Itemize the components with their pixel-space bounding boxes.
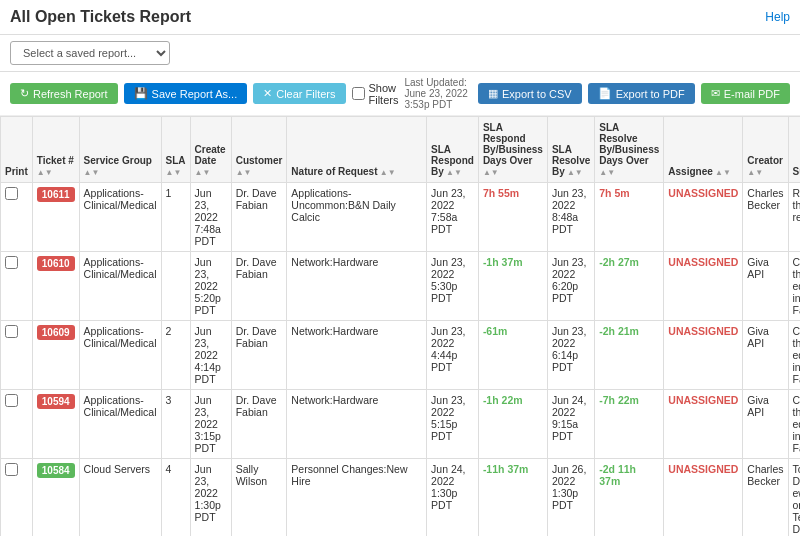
print-checkbox[interactable] xyxy=(5,325,18,338)
cell-create-date: Jun 23, 2022 3:15p PDT xyxy=(190,390,231,459)
cell-subject: Today's Date: ewew Hire or Termination D… xyxy=(788,459,800,537)
cell-customer: Dr. Dave Fabian xyxy=(231,252,287,321)
save-report-button[interactable]: 💾 Save Report As... xyxy=(124,83,248,104)
col-sla-respond-days[interactable]: SLA Respond By/Business Days Over xyxy=(478,117,547,183)
show-filters-label: Show Filters xyxy=(352,82,399,106)
cell-subject: Retrieve the latest report xyxy=(788,183,800,252)
col-sla-resolve-days[interactable]: SLA Resolve By/Business Days Over xyxy=(595,117,664,183)
cell-assignee: UNASSIGNED xyxy=(664,321,743,390)
cell-subject: Calibrate the MRI equipment in Dr Fabian… xyxy=(788,252,800,321)
cell-ticket: 10609 xyxy=(32,321,79,390)
action-row: ↻ Refresh Report 💾 Save Report As... ✕ C… xyxy=(0,72,800,116)
print-checkbox[interactable] xyxy=(5,394,18,407)
cell-sla-respond-by: Jun 23, 2022 7:58a PDT xyxy=(427,183,479,252)
col-customer[interactable]: Customer xyxy=(231,117,287,183)
cell-nature: Applications-Uncommon:B&N Daily Calcic xyxy=(287,183,427,252)
cell-assignee: UNASSIGNED xyxy=(664,252,743,321)
tickets-table: Print Ticket # Service Group SLA Create … xyxy=(0,116,800,536)
col-sla-respond-by[interactable]: SLA Respond By xyxy=(427,117,479,183)
cell-ticket: 10594 xyxy=(32,390,79,459)
cell-create-date: Jun 23, 2022 4:14p PDT xyxy=(190,321,231,390)
email-pdf-button[interactable]: ✉ E-mail PDF xyxy=(701,83,790,104)
export-pdf-icon: 📄 xyxy=(598,87,612,100)
cell-creator: Giva API xyxy=(743,321,788,390)
help-link[interactable]: Help xyxy=(765,10,790,24)
saved-report-select[interactable]: Select a saved report... xyxy=(10,41,170,65)
cell-sla-respond-days: -1h 22m xyxy=(478,390,547,459)
table-header-row: Print Ticket # Service Group SLA Create … xyxy=(1,117,801,183)
table-container: Print Ticket # Service Group SLA Create … xyxy=(0,116,800,536)
page-header: All Open Tickets Report Help xyxy=(0,0,800,35)
refresh-button[interactable]: ↻ Refresh Report xyxy=(10,83,118,104)
table-row: 10609 Applications-Clinical/Medical 2 Ju… xyxy=(1,321,801,390)
cell-sla-resolve-days: -2d 11h 37m xyxy=(595,459,664,537)
cell-nature: Network:Hardware xyxy=(287,321,427,390)
cell-assignee: UNASSIGNED xyxy=(664,459,743,537)
ticket-badge[interactable]: 10594 xyxy=(37,394,75,409)
cell-creator: Giva API xyxy=(743,390,788,459)
table-row: 10594 Applications-Clinical/Medical 3 Ju… xyxy=(1,390,801,459)
col-sla-resolve-by[interactable]: SLA Resolve By xyxy=(547,117,594,183)
cell-service-group: Applications-Clinical/Medical xyxy=(79,321,161,390)
cell-print xyxy=(1,252,33,321)
table-row: 10611 Applications-Clinical/Medical 1 Ju… xyxy=(1,183,801,252)
table-row: 10584 Cloud Servers 4 Jun 23, 2022 1:30p… xyxy=(1,459,801,537)
cell-print xyxy=(1,390,33,459)
col-ticket[interactable]: Ticket # xyxy=(32,117,79,183)
cell-sla-respond-days: -11h 37m xyxy=(478,459,547,537)
ticket-badge[interactable]: 10611 xyxy=(37,187,75,202)
ticket-badge[interactable]: 10610 xyxy=(37,256,75,271)
export-pdf-button[interactable]: 📄 Export to PDF xyxy=(588,83,695,104)
cell-sla-respond-days: -61m xyxy=(478,321,547,390)
cell-sla-respond-days: -1h 37m xyxy=(478,252,547,321)
col-sla[interactable]: SLA xyxy=(161,117,190,183)
cell-print xyxy=(1,459,33,537)
page-title: All Open Tickets Report xyxy=(10,8,191,26)
col-print: Print xyxy=(1,117,33,183)
show-filters-checkbox[interactable] xyxy=(352,87,365,100)
cell-sla-respond-by: Jun 23, 2022 5:15p PDT xyxy=(427,390,479,459)
cell-create-date: Jun 23, 2022 7:48a PDT xyxy=(190,183,231,252)
cell-ticket: 10611 xyxy=(32,183,79,252)
print-checkbox[interactable] xyxy=(5,187,18,200)
table-row: 10610 Applications-Clinical/Medical Jun … xyxy=(1,252,801,321)
cell-sla-resolve-by: Jun 23, 2022 6:14p PDT xyxy=(547,321,594,390)
col-create-date[interactable]: Create Date xyxy=(190,117,231,183)
cell-sla: 2 xyxy=(161,321,190,390)
cell-create-date: Jun 23, 2022 1:30p PDT xyxy=(190,459,231,537)
print-checkbox[interactable] xyxy=(5,256,18,269)
cell-sla-resolve-by: Jun 23, 2022 6:20p PDT xyxy=(547,252,594,321)
cell-assignee: UNASSIGNED xyxy=(664,183,743,252)
last-updated: Last Updated: June 23, 2022 3:53p PDT xyxy=(404,77,472,110)
print-checkbox[interactable] xyxy=(5,463,18,476)
cell-nature: Personnel Changes:New Hire xyxy=(287,459,427,537)
cell-subject: Calibrate the MRI equipment in Dr Fabian… xyxy=(788,321,800,390)
cell-ticket: 10610 xyxy=(32,252,79,321)
cell-customer: Dr. Dave Fabian xyxy=(231,183,287,252)
cell-sla-resolve-days: -2h 27m xyxy=(595,252,664,321)
col-nature[interactable]: Nature of Request xyxy=(287,117,427,183)
clear-filters-button[interactable]: ✕ Clear Filters xyxy=(253,83,345,104)
cell-sla-respond-by: Jun 23, 2022 5:30p PDT xyxy=(427,252,479,321)
cell-sla: 4 xyxy=(161,459,190,537)
cell-sla-respond-by: Jun 23, 2022 4:44p PDT xyxy=(427,321,479,390)
col-subject[interactable]: Subject xyxy=(788,117,800,183)
cell-customer: Dr. Dave Fabian xyxy=(231,321,287,390)
save-icon: 💾 xyxy=(134,87,148,100)
cell-customer: Dr. Dave Fabian xyxy=(231,390,287,459)
cell-sla xyxy=(161,252,190,321)
ticket-badge[interactable]: 10584 xyxy=(37,463,75,478)
export-csv-button[interactable]: ▦ Export to CSV xyxy=(478,83,582,104)
refresh-icon: ↻ xyxy=(20,87,29,100)
col-service-group[interactable]: Service Group xyxy=(79,117,161,183)
cell-sla-resolve-by: Jun 24, 2022 9:15a PDT xyxy=(547,390,594,459)
ticket-badge[interactable]: 10609 xyxy=(37,325,75,340)
cell-creator: Charles Becker xyxy=(743,183,788,252)
toolbar-row: Select a saved report... xyxy=(0,35,800,72)
email-icon: ✉ xyxy=(711,87,720,100)
col-assignee[interactable]: Assignee xyxy=(664,117,743,183)
cell-subject: Calibrate the MRI equipment in Dr Fabian… xyxy=(788,390,800,459)
col-creator[interactable]: Creator xyxy=(743,117,788,183)
cell-sla: 3 xyxy=(161,390,190,459)
cell-service-group: Applications-Clinical/Medical xyxy=(79,252,161,321)
